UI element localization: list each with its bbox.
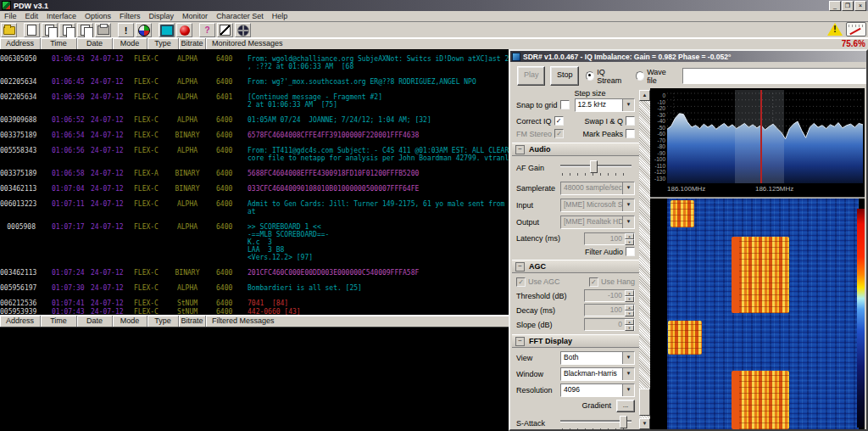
use-hang-checkbox[interactable]: ✓ Use Hang — [589, 277, 635, 287]
slope-spinner[interactable]: 0 ▲▼ — [584, 318, 635, 331]
menu-file[interactable]: File — [0, 12, 21, 20]
open-log-icon[interactable] — [1, 23, 17, 37]
spectrum-plot[interactable] — [667, 90, 863, 183]
view-select[interactable]: Both ▼ — [560, 351, 635, 365]
menu-options[interactable]: Options — [81, 12, 115, 20]
agc-section-header[interactable]: − AGC — [512, 260, 639, 273]
page-icon-2[interactable] — [42, 23, 58, 37]
use-agc-label: Use AGC — [528, 277, 560, 286]
message-text: From: wg?'_mox.southcoast.org ER@??8 ROD… — [248, 78, 476, 86]
spin-down-icon[interactable]: ▼ — [625, 325, 634, 331]
scroll-down-icon[interactable]: ▼ — [639, 418, 650, 429]
latency-spinner[interactable]: 100 ▲▼ — [584, 232, 635, 245]
collapse-icon[interactable]: − — [515, 262, 525, 271]
message-type: ALPHA — [171, 78, 203, 86]
panel-scrollbar[interactable]: ▲ ▼ — [639, 90, 650, 429]
pdw-app-icon — [2, 1, 11, 10]
message-mode: FLEX-C — [134, 200, 159, 208]
step-size-select[interactable]: 12.5 kHz ▼ — [575, 98, 635, 112]
menu-character-set[interactable]: Character Set — [212, 12, 268, 20]
frequency-axis: 186.100MHz 186.125MHz — [667, 185, 863, 195]
correct-iq-checkbox[interactable]: Correct IQ ✓ — [516, 116, 564, 126]
network-icon[interactable] — [235, 23, 251, 37]
resolution-select[interactable]: 4096 ▼ — [560, 383, 635, 397]
samplerate-value: 48000 sample/sec — [564, 183, 622, 192]
threshold-spinner[interactable]: -100 ▲▼ — [584, 289, 635, 302]
message-bitrate: 6400 — [216, 185, 232, 193]
slider-thumb[interactable] — [590, 160, 598, 173]
menu-edit[interactable]: Edit — [21, 12, 43, 20]
mark-peaks-checkbox[interactable]: Mark Peaks — [582, 129, 635, 138]
message-text: 033CFC46040090108010B01000000500007FFF64… — [248, 185, 419, 193]
menu-help[interactable]: Help — [268, 12, 292, 20]
alert-icon[interactable]: ! — [118, 23, 134, 37]
help-icon[interactable]: ? — [199, 23, 215, 37]
collapse-icon[interactable]: − — [515, 145, 525, 154]
fm-stereo-checkbox[interactable]: FM Stereo ✓ — [516, 129, 564, 138]
spin-up-icon[interactable]: ▲ — [625, 233, 634, 239]
scrollbar-thumb[interactable] — [639, 389, 650, 416]
chart-icon[interactable] — [217, 23, 233, 37]
tuned-frequency-line[interactable] — [760, 90, 762, 183]
restore-button[interactable]: ❐ — [842, 1, 854, 11]
filter-audio-checkbox[interactable]: Filter Audio — [585, 247, 635, 256]
spin-up-icon[interactable]: ▲ — [625, 319, 634, 325]
window-select[interactable]: Blackman-Harris ▼ — [560, 367, 635, 381]
slider-thumb[interactable] — [620, 416, 627, 428]
terminal-icon[interactable] — [159, 23, 175, 37]
signal-gauge-icon — [846, 22, 866, 36]
spin-down-icon[interactable]: ▼ — [625, 239, 634, 245]
spin-down-icon[interactable]: ▼ — [625, 311, 634, 316]
stop-button[interactable]: Stop — [550, 66, 578, 86]
decay-value: 100 — [610, 305, 622, 314]
page-icon-3[interactable] — [59, 23, 75, 37]
iq-stream-radio[interactable]: IQ Stream — [586, 68, 629, 85]
minimize-button[interactable]: _ — [829, 1, 841, 11]
sdr-titlebar[interactable]: SDR# v1.0.0.467 - IQ Imbalance: Gain = 0… — [510, 51, 866, 62]
message-mode: FLEX-C — [134, 147, 159, 154]
wave-file-radio[interactable]: Wave file — [636, 68, 676, 85]
waterfall-display[interactable] — [667, 199, 859, 429]
samplerate-select[interactable]: 48000 sample/sec ▼ — [560, 182, 635, 195]
close-button[interactable]: × — [854, 1, 866, 11]
gradient-button[interactable]: ... — [616, 400, 635, 412]
message-bitrate: 6400 — [216, 269, 232, 277]
play-button[interactable]: Play — [517, 66, 545, 86]
record-icon[interactable] — [176, 23, 192, 37]
swap-iq-checkbox[interactable]: Swap I & Q — [584, 116, 635, 126]
spin-down-icon[interactable]: ▼ — [625, 296, 634, 302]
pdw-titlebar[interactable]: PDW v3.1 _ ❐ × — [0, 0, 868, 11]
menu-interface[interactable]: Interface — [42, 12, 81, 20]
print-icon[interactable] — [95, 23, 111, 37]
menu-filters[interactable]: Filters — [115, 12, 145, 20]
audio-output-select[interactable]: [MME] Realtek HD Aud ▼ — [560, 216, 635, 229]
step-size-value: 12.5 kHz — [578, 100, 607, 109]
s-attack-slider[interactable] — [560, 416, 635, 430]
spin-up-icon[interactable]: ▲ — [625, 290, 634, 296]
fm-stereo-label: FM Stereo — [516, 130, 552, 138]
page-icon-1[interactable] — [24, 23, 40, 37]
use-agc-checkbox[interactable]: ✓ Use AGC — [516, 277, 560, 287]
spin-up-icon[interactable]: ▲ — [625, 305, 634, 311]
menu-monitor[interactable]: Monitor — [178, 12, 212, 20]
snap-to-grid-label: Snap to grid — [516, 101, 558, 109]
sdr-display-area: 0-10-20-30-40-50-60-70-80-90-100-110-120… — [650, 88, 865, 429]
message-text: LAA 3 B8 — [248, 246, 284, 254]
menu-display[interactable]: Display — [145, 12, 179, 20]
page-icon-4[interactable] — [77, 23, 93, 37]
spectrum-analyzer[interactable]: 0-10-20-30-40-50-60-70-80-90-100-110-120… — [650, 90, 865, 197]
audio-section-header[interactable]: − Audio — [512, 143, 639, 156]
decay-spinner[interactable]: 100 ▲▼ — [584, 304, 635, 316]
wave-file-path-input[interactable] — [682, 68, 866, 84]
sdrsharp-window: SDR# v1.0.0.467 - IQ Imbalance: Gain = 0… — [509, 49, 868, 431]
af-gain-slider[interactable] — [560, 160, 635, 176]
message-time: 01:07:17 — [52, 223, 85, 231]
message-address: 005558343 — [0, 147, 36, 154]
audio-input-select[interactable]: [MME] Microsoft Sound ▼ — [560, 199, 635, 212]
message-text: 201CFC460C000E00DD003E000000C540009FFFA5… — [248, 269, 419, 277]
stats-pie-icon[interactable] — [136, 23, 152, 37]
collapse-icon[interactable]: − — [515, 337, 525, 346]
fft-section-header[interactable]: − FFT Display — [512, 334, 639, 348]
scroll-up-icon[interactable]: ▲ — [639, 90, 650, 101]
snap-to-grid-checkbox[interactable]: Snap to grid — [516, 100, 570, 109]
